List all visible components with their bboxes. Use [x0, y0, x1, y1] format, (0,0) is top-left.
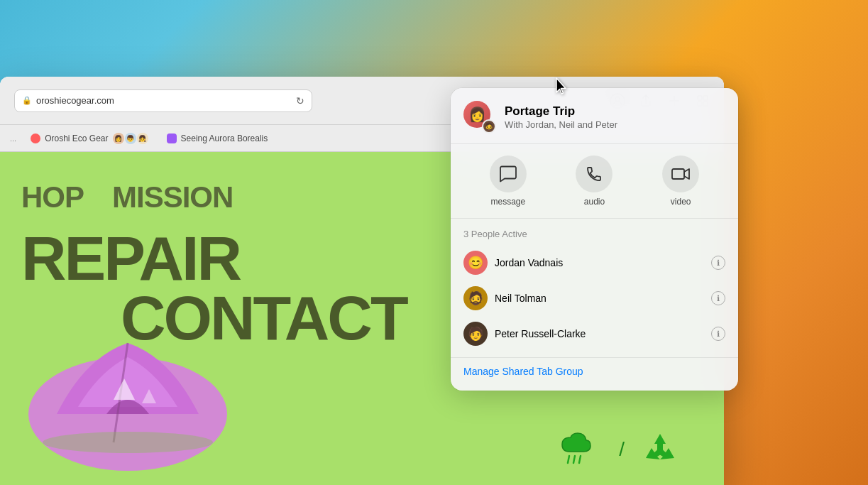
- tab-avatar-3: 👧: [137, 133, 148, 144]
- bottom-icons: /: [555, 428, 681, 471]
- avatar-peter: 🧑: [463, 322, 488, 346]
- svg-line-11: [568, 456, 569, 463]
- svg-line-12: [573, 456, 575, 463]
- video-button[interactable]: video: [662, 156, 699, 207]
- address-bar[interactable]: 🔒 oroshiecogear.com ↻: [14, 89, 312, 112]
- tab-avatar-2: 👦: [125, 133, 136, 144]
- audio-button[interactable]: audio: [576, 156, 612, 207]
- person-row-neil[interactable]: 🧔 Neil Tolman ℹ: [451, 280, 738, 316]
- popup-title: Portage Trip: [505, 104, 617, 119]
- nav-mission[interactable]: MISSION: [112, 180, 233, 214]
- message-button[interactable]: message: [490, 156, 527, 207]
- people-section: 3 People Active 😊 Jordan Vadnais ℹ 🧔 Nei…: [451, 219, 738, 354]
- tab-oroshi-eco-gear[interactable]: Oroshi Eco Gear 👩 👦 👧: [22, 128, 156, 149]
- tab-label-oroshi: Oroshi Eco Gear: [45, 133, 108, 143]
- person-name-peter: Peter Russell-Clarke: [495, 328, 704, 339]
- nav-hop[interactable]: HOP: [21, 180, 84, 214]
- message-icon: [490, 156, 527, 192]
- avatar-jordan: 😊: [463, 251, 488, 275]
- video-label: video: [671, 197, 691, 207]
- svg-point-8: [43, 432, 213, 453]
- recycle-icon: [639, 428, 681, 471]
- phone-icon: [586, 165, 603, 182]
- tent-illustration: [14, 300, 241, 471]
- popup-subtitle: With Jordan, Neil and Peter: [505, 119, 617, 130]
- info-icon-peter[interactable]: ℹ: [711, 327, 725, 341]
- message-bubble-icon: [499, 165, 517, 182]
- popup-header: 👩 🧔 Portage Trip With Jordan, Neil and P…: [451, 101, 738, 144]
- manage-shared-tab-group[interactable]: Manage Shared Tab Group: [451, 357, 738, 381]
- group-avatar-badge: 🧔: [482, 119, 496, 133]
- person-row-jordan[interactable]: 😊 Jordan Vadnais ℹ: [451, 245, 738, 280]
- shared-tab-group-popup: 👩 🧔 Portage Trip With Jordan, Neil and P…: [451, 88, 738, 391]
- tab-seeing-aurora-borealis[interactable]: Seeing Aurora Borealis: [158, 128, 277, 149]
- tab-avatars: 👩 👦 👧: [113, 133, 148, 144]
- action-buttons-row: message audio video: [451, 144, 738, 219]
- audio-icon: [576, 156, 612, 192]
- svg-line-13: [579, 456, 581, 463]
- video-icon: [662, 156, 699, 192]
- group-avatar: 👩 🧔: [463, 101, 496, 133]
- lock-icon: 🔒: [22, 96, 32, 105]
- cloud-rain-icon: [555, 430, 605, 469]
- audio-label: audio: [584, 197, 605, 207]
- tab-favicon-aurora: [167, 133, 177, 143]
- tab-avatar-1: 👩: [113, 133, 124, 144]
- info-icon-neil[interactable]: ℹ: [711, 291, 725, 305]
- people-header: 3 People Active: [451, 226, 738, 245]
- message-label: message: [490, 197, 525, 207]
- divider-slash: /: [619, 438, 625, 461]
- tab-label-aurora: Seeing Aurora Borealis: [181, 133, 268, 143]
- manage-link-text[interactable]: Manage Shared Tab Group: [463, 366, 583, 377]
- person-name-neil: Neil Tolman: [495, 293, 704, 304]
- tab-overflow: ...: [6, 134, 21, 143]
- popup-title-area: Portage Trip With Jordan, Neil and Peter: [505, 104, 617, 130]
- video-camera-icon: [671, 166, 690, 182]
- avatar-neil: 🧔: [463, 286, 488, 310]
- reload-icon[interactable]: ↻: [296, 95, 304, 107]
- tab-favicon-oroshi: [31, 133, 40, 143]
- person-name-jordan: Jordan Vadnais: [495, 257, 704, 268]
- svg-rect-14: [672, 169, 684, 179]
- info-icon-jordan[interactable]: ℹ: [711, 256, 725, 270]
- url-text: oroshiecogear.com: [36, 95, 114, 106]
- person-row-peter[interactable]: 🧑 Peter Russell-Clarke ℹ: [451, 316, 738, 352]
